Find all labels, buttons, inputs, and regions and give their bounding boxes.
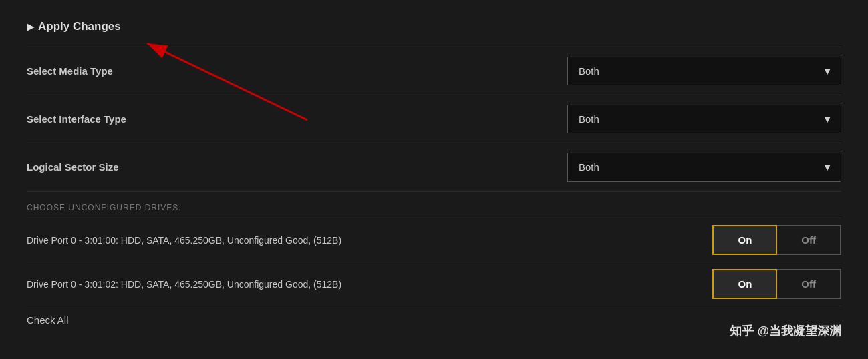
drive-0-on-button[interactable]: On bbox=[712, 225, 777, 255]
apply-changes-button[interactable]: ▶ Apply Changes bbox=[27, 20, 121, 33]
select-interface-type-row: Select Interface Type Both SATA SAS NVMe… bbox=[27, 95, 841, 143]
drive-1-on-button[interactable]: On bbox=[712, 269, 777, 299]
drive-row-0: Drive Port 0 - 3:01:00: HDD, SATA, 465.2… bbox=[27, 218, 841, 262]
logical-sector-size-row: Logical Sector Size Both 512B 4K ▼ bbox=[27, 143, 841, 191]
logical-sector-size-dropdown[interactable]: Both 512B 4K bbox=[567, 153, 841, 182]
select-media-type-row: Select Media Type Both HDD SSD ▼ bbox=[27, 47, 841, 95]
logical-sector-size-wrapper: Both 512B 4K ▼ bbox=[567, 153, 841, 182]
drive-0-toggle-group: On Off bbox=[712, 225, 841, 255]
drive-0-off-button[interactable]: Off bbox=[777, 225, 841, 255]
check-all-label[interactable]: Check All bbox=[27, 314, 69, 326]
drive-1-off-button[interactable]: Off bbox=[777, 269, 841, 299]
select-interface-type-dropdown[interactable]: Both SATA SAS NVMe bbox=[567, 105, 841, 133]
drive-1-toggle-group: On Off bbox=[712, 269, 841, 299]
drive-row-1: Drive Port 0 - 3:01:02: HDD, SATA, 465.2… bbox=[27, 262, 841, 306]
drive-0-label: Drive Port 0 - 3:01:00: HDD, SATA, 465.2… bbox=[27, 235, 341, 246]
select-media-type-dropdown[interactable]: Both HDD SSD bbox=[567, 57, 841, 85]
main-container: ▶ Apply Changes Select Media Type Both H… bbox=[0, 0, 868, 359]
apply-changes-label: Apply Changes bbox=[38, 20, 121, 33]
logical-sector-size-label: Logical Sector Size bbox=[27, 161, 119, 173]
apply-changes-chevron: ▶ bbox=[27, 21, 34, 32]
select-media-type-wrapper: Both HDD SSD ▼ bbox=[567, 57, 841, 85]
apply-changes-row: ▶ Apply Changes bbox=[27, 20, 841, 33]
select-interface-type-label: Select Interface Type bbox=[27, 113, 126, 125]
drive-1-label: Drive Port 0 - 3:01:02: HDD, SATA, 465.2… bbox=[27, 279, 341, 290]
select-media-type-label: Select Media Type bbox=[27, 65, 113, 77]
select-interface-type-wrapper: Both SATA SAS NVMe ▼ bbox=[567, 105, 841, 133]
unconfigured-drives-section-header: CHOOSE UNCONFIGURED DRIVES: bbox=[27, 191, 841, 218]
watermark: 知乎 @当我凝望深渊 bbox=[730, 323, 841, 339]
section-header-text: CHOOSE UNCONFIGURED DRIVES: bbox=[27, 203, 182, 212]
check-all-row: Check All bbox=[27, 306, 841, 334]
